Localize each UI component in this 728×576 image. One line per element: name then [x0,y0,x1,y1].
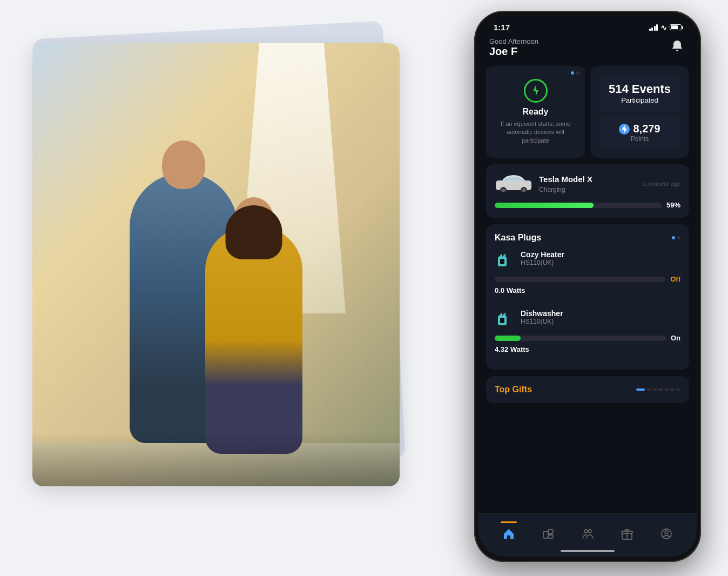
status-time: 1:17 [494,23,510,32]
gifts-title: Top Gifts [495,385,532,394]
ready-card[interactable]: Ready If an equivent starts, some automa… [486,66,585,158]
device-info-dishwasher: Dishwasher HS110(UK) [521,309,680,325]
dishwasher-watts: 4.32 Watts [495,345,680,353]
kasa-dots [672,236,680,239]
phone-container: 1:17 ∿ [474,11,701,562]
gifts-icon [620,527,634,541]
points-row: 8,279 [605,123,674,135]
tesla-car-image [495,173,532,195]
ready-card-dots [571,71,579,75]
kasa-plug-icon-heater [495,251,514,271]
phone-frame: 1:17 ∿ [474,11,701,562]
person-man-head [162,140,205,189]
device-header-dishwasher: Dishwasher HS110(UK) [495,309,680,330]
tesla-header: Tesla Model X Charging a moment ago [495,173,680,195]
phone-content: Ready If an equivent starts, some automa… [478,66,697,514]
device-info-heater: Cozy Heater HS110(UK) [521,250,680,266]
ready-description: If an equivent starts, some automatic de… [495,120,576,145]
charge-progress-bar [495,203,662,208]
dishwasher-toggle-row: On [495,334,680,342]
phone-screen: 1:17 ∿ [478,16,697,557]
device-cozy-heater[interactable]: Cozy Heater HS110(UK) Off 0.0 Watts [495,250,680,294]
greeting-text: Good Afternoon [489,37,538,45]
top-gifts-section: Top Gifts [486,376,689,403]
svg-point-4 [522,189,525,192]
nav-item-gifts[interactable] [607,521,646,541]
person-woman-head [234,197,274,243]
kasa-plug-icon-dishwasher [495,310,514,330]
points-label: Points [605,135,674,143]
points-value: 8,279 [633,123,660,135]
device-model-dishwasher: HS110(UK) [521,318,680,325]
svg-point-17 [665,531,668,534]
events-label: Participated [606,96,673,104]
heater-status: Off [670,275,680,283]
svg-rect-11 [548,535,553,538]
heater-toggle-bar [495,277,666,282]
gifts-header: Top Gifts [495,385,680,394]
heater-watts: 0.0 Watts [495,286,680,294]
signal-icon [649,24,658,31]
events-points-card: 514 Events Participated 8,279 [590,66,689,158]
dishwasher-toggle-fill [495,336,521,341]
ready-label: Ready [522,107,548,117]
points-lightning-icon [619,124,630,135]
user-greeting-block: Good Afternoon Joe F [489,37,538,58]
charge-fill [495,203,594,208]
nav-item-people[interactable] [568,521,608,541]
home-indicator-bar [561,550,615,552]
user-name: Joe F [489,45,538,58]
points-block[interactable]: 8,279 Points [599,116,680,149]
status-bar: 1:17 ∿ [478,16,697,32]
person-woman [205,227,302,454]
svg-rect-8 [500,318,504,323]
device-name-dishwasher: Dishwasher [521,309,680,318]
battery-icon [670,24,682,30]
app-header: Good Afternoon Joe F [478,32,697,66]
charge-bar-container: 59% [495,201,680,209]
bottom-nav [478,513,697,557]
device-dishwasher[interactable]: Dishwasher HS110(UK) On 4.32 Watts [495,309,680,353]
svg-point-2 [502,189,505,192]
svg-point-13 [588,530,591,533]
ready-power-icon [524,79,548,103]
device-divider [495,302,680,303]
ready-stats-section: Ready If an equivent starts, some automa… [486,66,689,158]
events-block[interactable]: 514 Events Participated [599,75,680,112]
dishwasher-toggle-bar [495,336,666,341]
kasa-title: Kasa Plugs [495,233,541,243]
dishwasher-status: On [671,334,680,342]
photo-background [32,43,400,486]
nav-item-home[interactable] [489,521,529,541]
devices-icon [541,527,555,541]
profile-icon [659,527,673,541]
svg-rect-9 [543,532,548,538]
device-header-heater: Cozy Heater HS110(UK) [495,250,680,271]
tesla-last-updated: a moment ago [643,180,680,187]
nav-item-devices[interactable] [529,521,568,541]
tesla-charging-status: Charging [539,186,636,193]
charge-percentage: 59% [666,201,680,209]
svg-rect-6 [500,259,504,264]
svg-rect-10 [548,530,553,534]
photo-card [32,43,400,486]
events-count: 514 Events [606,82,673,96]
heater-toggle-row: Off [495,275,680,283]
nav-item-profile[interactable] [646,521,686,541]
notification-bell-icon[interactable] [669,37,686,55]
home-icon [502,527,516,541]
svg-point-12 [584,530,588,533]
device-model-heater: HS110(UK) [521,259,680,266]
tesla-name: Tesla Model X [539,175,636,184]
tesla-card[interactable]: Tesla Model X Charging a moment ago 59% [486,164,689,218]
device-name-heater: Cozy Heater [521,250,680,259]
people-icon [581,527,595,541]
tesla-info: Tesla Model X Charging [539,175,636,193]
gifts-carousel-dots [636,389,680,391]
wifi-icon: ∿ [660,23,667,32]
kasa-header: Kasa Plugs [495,233,680,243]
nav-active-indicator [501,521,517,523]
status-icons: ∿ [649,23,682,32]
kasa-plugs-section: Kasa Plugs [486,224,689,370]
